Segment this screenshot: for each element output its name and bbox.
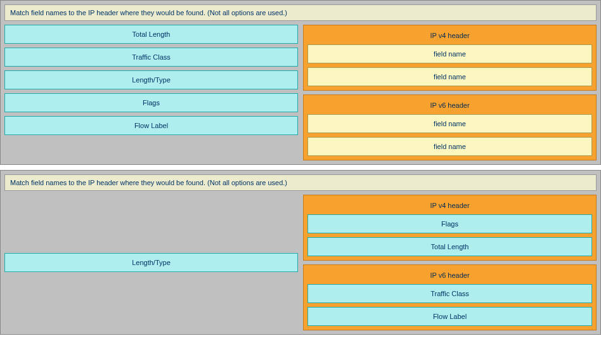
group-header: IP v6 header: [307, 99, 592, 110]
slot-text: field name: [434, 73, 466, 81]
panel-gap: [0, 165, 601, 170]
slot-text: field name: [434, 50, 466, 58]
drop-group-ipv6: IP v6 header Traffic Class Flow Label: [303, 264, 597, 330]
drop-column: IP v4 header Flags Total Length IP v6 he…: [303, 195, 597, 330]
draggable-token[interactable]: Flow Label: [4, 116, 298, 135]
drop-group-ipv4: IP v4 header Flags Total Length: [303, 195, 597, 261]
drop-group-ipv6: IP v6 header field name field name: [303, 94, 597, 160]
token-label: Traffic Class: [132, 53, 171, 61]
group-header: IP v4 header: [307, 29, 592, 41]
token-label: Total Length: [132, 30, 171, 38]
matching-panel-bottom: Match field names to the IP header where…: [0, 170, 601, 335]
draggable-token[interactable]: Length/Type: [4, 253, 298, 272]
token-column: Total Length Traffic Class Length/Type F…: [4, 25, 298, 160]
matching-layout: Length/Type IP v4 header Flags Total Len…: [4, 195, 597, 330]
drop-slot-filled[interactable]: Total Length: [307, 237, 592, 256]
slot-text: Total Length: [431, 243, 469, 250]
drop-slot[interactable]: field name: [307, 44, 592, 63]
drop-slot[interactable]: field name: [307, 114, 592, 133]
draggable-token[interactable]: Flags: [4, 93, 298, 112]
drop-group-ipv4: IP v4 header field name field name: [303, 25, 597, 91]
drop-slot-filled[interactable]: Traffic Class: [307, 284, 592, 303]
draggable-token[interactable]: Length/Type: [4, 70, 298, 89]
matching-panel-top: Match field names to the IP header where…: [0, 0, 601, 165]
instruction-bar: Match field names to the IP header where…: [4, 4, 597, 21]
instruction-text: Match field names to the IP header where…: [10, 9, 287, 16]
instruction-bar: Match field names to the IP header where…: [4, 174, 597, 191]
drop-column: IP v4 header field name field name IP v6…: [303, 25, 597, 160]
token-label: Length/Type: [132, 259, 171, 266]
drop-slot[interactable]: field name: [307, 137, 592, 156]
slot-text: field name: [434, 143, 466, 150]
drop-slot[interactable]: field name: [307, 67, 592, 86]
drop-slot-filled[interactable]: Flow Label: [307, 307, 592, 326]
slot-text: field name: [434, 120, 466, 127]
token-label: Flags: [143, 99, 160, 107]
token-label: Length/Type: [132, 76, 171, 84]
group-header: IP v4 header: [307, 199, 592, 211]
draggable-token[interactable]: Total Length: [4, 25, 298, 44]
instruction-text: Match field names to the IP header where…: [10, 179, 287, 186]
draggable-token[interactable]: Traffic Class: [4, 48, 298, 67]
slot-text: Flow Label: [433, 313, 467, 320]
token-column: Length/Type: [4, 195, 298, 330]
slot-text: Flags: [441, 220, 458, 228]
group-header: IP v6 header: [307, 269, 592, 280]
token-label: Flow Label: [134, 122, 168, 129]
slot-text: Traffic Class: [430, 290, 469, 297]
drop-slot-filled[interactable]: Flags: [307, 214, 592, 233]
matching-layout: Total Length Traffic Class Length/Type F…: [4, 25, 597, 160]
